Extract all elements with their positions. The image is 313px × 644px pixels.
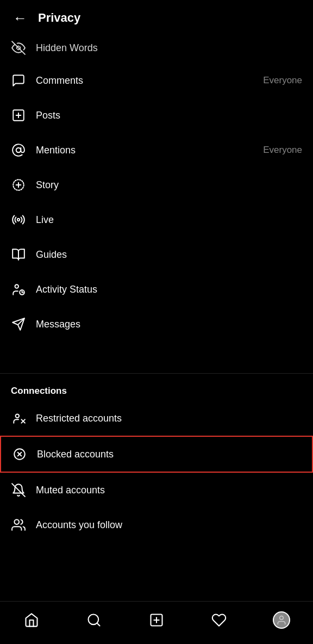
comments-icon bbox=[11, 73, 26, 88]
activity-status-label: Activity Status bbox=[36, 284, 97, 295]
mentions-label: Mentions bbox=[36, 145, 76, 156]
muted-icon bbox=[11, 482, 26, 498]
profile-nav-item[interactable] bbox=[268, 609, 295, 631]
svg-point-10 bbox=[15, 284, 19, 288]
heart-nav-item[interactable] bbox=[205, 609, 233, 631]
story-item[interactable]: Story bbox=[0, 168, 313, 202]
menu-list: Comments Everyone Posts M bbox=[0, 63, 313, 371]
page-title: Privacy bbox=[38, 11, 80, 25]
bottom-nav bbox=[0, 601, 313, 644]
messages-label: Messages bbox=[36, 319, 80, 330]
restricted-icon bbox=[11, 411, 26, 426]
accounts-you-follow-label: Accounts you follow bbox=[36, 519, 122, 531]
connections-list: Restricted accounts Blocked accounts bbox=[0, 401, 313, 572]
messages-icon bbox=[11, 317, 26, 332]
posts-item[interactable]: Posts bbox=[0, 98, 313, 133]
section-divider bbox=[0, 373, 313, 374]
follow-icon bbox=[11, 517, 26, 532]
create-nav-item[interactable] bbox=[143, 609, 170, 631]
restricted-accounts-item[interactable]: Restricted accounts bbox=[0, 401, 313, 436]
activity-status-icon bbox=[11, 282, 26, 297]
live-item[interactable]: Live bbox=[0, 202, 313, 237]
hidden-words-item[interactable]: Hidden Words bbox=[0, 36, 313, 63]
mentions-icon bbox=[11, 143, 26, 158]
connections-section-title: Connections bbox=[0, 376, 313, 401]
activity-status-item[interactable]: Activity Status bbox=[0, 272, 313, 307]
guides-item[interactable]: Guides bbox=[0, 237, 313, 272]
guides-label: Guides bbox=[36, 249, 67, 261]
posts-label: Posts bbox=[36, 110, 60, 121]
restricted-accounts-label: Restricted accounts bbox=[36, 413, 122, 424]
live-label: Live bbox=[36, 214, 54, 226]
comments-label: Comments bbox=[36, 75, 83, 86]
posts-icon bbox=[11, 108, 26, 123]
live-icon bbox=[11, 212, 26, 227]
hidden-words-icon bbox=[11, 40, 26, 55]
search-icon bbox=[86, 612, 102, 628]
mentions-value: Everyone bbox=[263, 145, 302, 156]
svg-point-14 bbox=[16, 414, 19, 418]
story-icon bbox=[11, 177, 26, 193]
blocked-icon bbox=[12, 447, 27, 462]
story-label: Story bbox=[36, 179, 59, 191]
search-nav-item[interactable] bbox=[80, 609, 108, 631]
blocked-accounts-item[interactable]: Blocked accounts bbox=[0, 436, 313, 473]
muted-accounts-item[interactable]: Muted accounts bbox=[0, 473, 313, 507]
comments-value: Everyone bbox=[263, 75, 302, 86]
create-icon bbox=[149, 612, 164, 628]
svg-line-20 bbox=[12, 484, 25, 497]
muted-accounts-label: Muted accounts bbox=[36, 485, 105, 496]
svg-point-21 bbox=[14, 519, 19, 524]
header: ← Privacy bbox=[0, 0, 313, 36]
mentions-item[interactable]: Mentions Everyone bbox=[0, 133, 313, 168]
guides-icon bbox=[11, 247, 26, 262]
accounts-you-follow-item[interactable]: Accounts you follow bbox=[0, 507, 313, 542]
svg-point-9 bbox=[17, 219, 20, 221]
comments-item[interactable]: Comments Everyone bbox=[0, 63, 313, 98]
heart-icon bbox=[211, 612, 227, 628]
messages-item[interactable]: Messages bbox=[0, 307, 313, 342]
svg-point-27 bbox=[280, 616, 284, 620]
svg-line-23 bbox=[97, 623, 99, 626]
back-button[interactable]: ← bbox=[11, 9, 29, 27]
home-nav-item[interactable] bbox=[18, 609, 45, 631]
blocked-accounts-label: Blocked accounts bbox=[37, 449, 114, 460]
avatar bbox=[273, 611, 290, 629]
hidden-words-label: Hidden Words bbox=[36, 42, 98, 54]
home-icon bbox=[24, 612, 39, 628]
svg-point-5 bbox=[16, 148, 21, 153]
